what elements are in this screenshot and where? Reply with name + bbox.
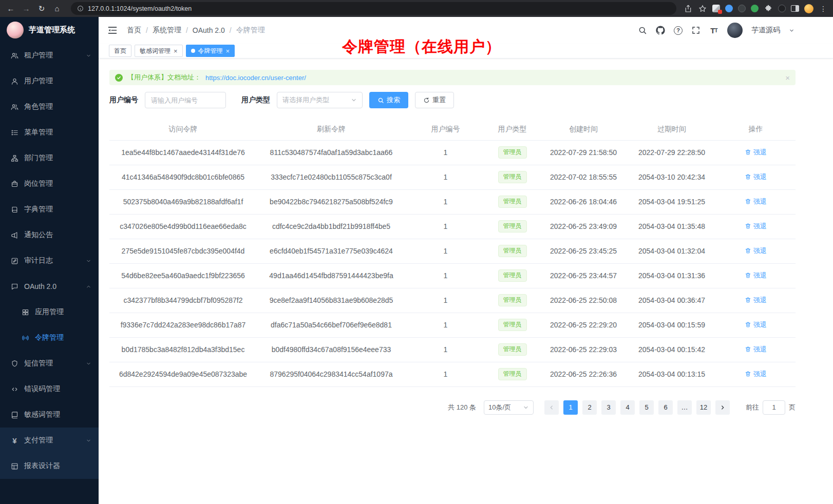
prev-page-button[interactable]: [544, 400, 559, 415]
sidebar-item-dict[interactable]: 字典管理: [0, 197, 99, 222]
breadcrumb-item[interactable]: 系统管理: [153, 26, 181, 35]
column-header: 操作: [716, 119, 796, 140]
sidebar-item-error-code[interactable]: 错误码管理: [0, 376, 99, 402]
side-panel-icon[interactable]: [791, 5, 799, 12]
sidebar-item-report-designer[interactable]: 报表设计器: [0, 453, 99, 479]
page-button-3[interactable]: 3: [601, 400, 616, 415]
tab-home[interactable]: 首页: [109, 45, 131, 57]
page-button-4[interactable]: 4: [620, 400, 635, 415]
sidebar-item-menu[interactable]: 菜单管理: [0, 120, 99, 145]
alert-close-icon[interactable]: ×: [785, 73, 790, 82]
user-id-cell: 1: [406, 362, 485, 386]
tab-close-icon[interactable]: ×: [226, 48, 230, 54]
browser-profile-avatar[interactable]: [804, 4, 813, 13]
page-button-2[interactable]: 2: [582, 400, 597, 415]
username[interactable]: 芋道源码: [751, 26, 780, 35]
sidebar-item-oauth2-application[interactable]: 应用管理: [0, 299, 99, 325]
collapse-sidebar-icon[interactable]: [107, 25, 118, 35]
extension-icon[interactable]: [738, 5, 746, 12]
reset-button[interactable]: 重置: [415, 92, 454, 108]
main-area: 令牌管理（在线用户） 首页/系统管理/OAuth 2.0/令牌管理 ? TT: [99, 17, 833, 504]
force-logout-button[interactable]: 强退: [745, 197, 767, 206]
trash-icon: [745, 297, 751, 303]
extension-icon[interactable]: [751, 5, 759, 12]
sidebar-item-sensitive-word[interactable]: 敏感词管理: [0, 402, 99, 428]
force-logout-button[interactable]: 强退: [745, 172, 767, 182]
browser-chrome: ← → ↻ ⌂ 127.0.0.1:1024/system/oauth2/tok…: [0, 0, 833, 17]
chevron-down-icon: [86, 53, 91, 59]
page-button-6[interactable]: 6: [658, 400, 673, 415]
browser-home-button[interactable]: ⌂: [50, 2, 64, 15]
sidebar-item-user[interactable]: 用户管理: [0, 68, 99, 94]
chevron-down-icon: [86, 438, 91, 443]
sidebar-item-tenant[interactable]: 租户管理: [0, 43, 99, 68]
extension-icon[interactable]: [725, 5, 733, 12]
force-logout-label: 强退: [753, 222, 767, 231]
browser-menu-icon[interactable]: ⋮: [819, 4, 828, 13]
github-icon[interactable]: [656, 26, 665, 35]
sidebar-item-oauth2-token[interactable]: 令牌管理: [0, 325, 99, 351]
sidebar-item-sms[interactable]: 短信管理: [0, 351, 99, 376]
action-cell: 强退: [716, 239, 796, 263]
sidebar-item-pay[interactable]: ¥支付管理: [0, 428, 99, 453]
force-logout-button[interactable]: 强退: [745, 320, 767, 329]
force-logout-button[interactable]: 强退: [745, 222, 767, 231]
doc-link[interactable]: https://doc.iocoder.cn/user-center/: [205, 74, 306, 82]
pagination: 共 120 条 10条/页 123456…12 前往 页: [109, 400, 796, 415]
user-type-select[interactable]: 请选择用户类型: [277, 92, 363, 108]
search-button[interactable]: 搜索: [369, 92, 408, 108]
extensions-puzzle-icon[interactable]: [764, 4, 773, 13]
help-icon[interactable]: ?: [674, 26, 683, 35]
page-size-select[interactable]: 10条/页: [484, 400, 534, 415]
extension-icon[interactable]: [778, 5, 786, 12]
sidebar-item-role[interactable]: 角色管理: [0, 94, 99, 120]
breadcrumb-item[interactable]: 首页: [127, 26, 141, 35]
access-token-cell: 6d842e2924594de9a09e45e087323abe: [109, 362, 257, 386]
force-logout-button[interactable]: 强退: [745, 345, 767, 354]
trash-icon: [745, 247, 751, 254]
tab-close-icon[interactable]: ×: [174, 48, 178, 54]
share-icon[interactable]: [684, 4, 693, 13]
sidebar-item-post[interactable]: 岗位管理: [0, 171, 99, 197]
force-logout-button[interactable]: 强退: [745, 148, 767, 157]
browser-forward-button[interactable]: →: [20, 2, 33, 15]
goto-page-input[interactable]: [763, 400, 785, 415]
sidebar-item-notice[interactable]: 通知公告: [0, 222, 99, 248]
user-menu-caret-icon[interactable]: [789, 28, 794, 33]
tab-token[interactable]: 令牌管理×: [186, 45, 235, 57]
user-id-input[interactable]: [145, 92, 226, 108]
page-button-12[interactable]: 12: [696, 400, 711, 415]
next-page-button[interactable]: [715, 400, 730, 415]
force-logout-label: 强退: [753, 148, 767, 157]
refresh-token-cell: 9ce8ef2aa9f14056b831ae9b608e28d5: [257, 288, 406, 313]
sidebar-item-oauth2[interactable]: OAuth 2.0: [0, 274, 99, 299]
bookmark-star-icon[interactable]: [698, 4, 707, 13]
search-icon[interactable]: [638, 26, 647, 35]
browser-back-button[interactable]: ←: [4, 2, 17, 15]
page-button-5[interactable]: 5: [639, 400, 654, 415]
pagination-more-button[interactable]: …: [677, 400, 692, 415]
user-id-cell: 1: [406, 140, 485, 165]
sidebar-item-dept[interactable]: 部门管理: [0, 145, 99, 171]
address-bar[interactable]: 127.0.0.1:1024/system/oauth2/token: [71, 2, 676, 15]
site-info-icon[interactable]: [77, 5, 84, 12]
user-avatar[interactable]: [727, 23, 743, 38]
table-row: f9336e7c7dd242a283ee98dc86b17a87dfa6c71a…: [109, 313, 796, 337]
tab-sensitive-word[interactable]: 敏感词管理×: [135, 45, 183, 57]
page-button-1[interactable]: 1: [563, 400, 578, 415]
app-icon: [22, 308, 29, 316]
font-size-icon[interactable]: TT: [709, 26, 718, 35]
force-logout-button[interactable]: 强退: [745, 246, 767, 256]
force-logout-button[interactable]: 强退: [745, 296, 767, 305]
breadcrumb-item[interactable]: OAuth 2.0: [193, 26, 225, 34]
breadcrumb-separator: /: [146, 26, 148, 34]
force-logout-button[interactable]: 强退: [745, 370, 767, 379]
sidebar-item-audit-log[interactable]: 审计日志: [0, 248, 99, 274]
badge-icon: [11, 180, 18, 188]
force-logout-button[interactable]: 强退: [745, 271, 767, 280]
fullscreen-icon[interactable]: [691, 26, 701, 35]
browser-reload-button[interactable]: ↻: [35, 2, 48, 15]
logo[interactable]: 芋道管理系统: [0, 17, 99, 43]
user-id-cell: 1: [406, 214, 485, 239]
extension-icon[interactable]: [712, 5, 720, 12]
